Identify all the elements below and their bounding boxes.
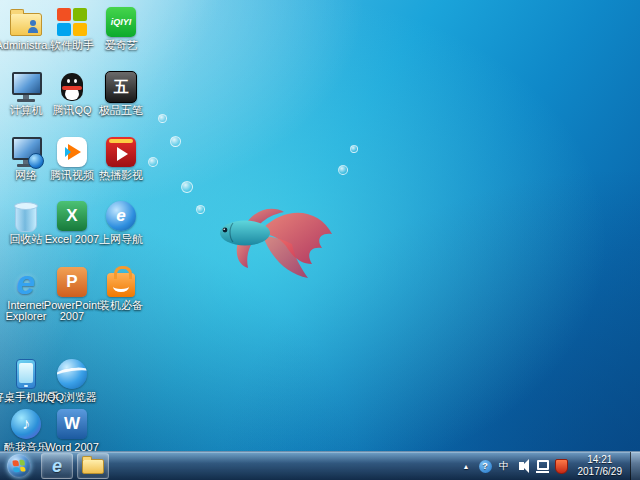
- music-note-glyph: ♪: [11, 409, 41, 439]
- icon-label: 爱奇艺: [88, 40, 154, 51]
- wubi-glyph: 五: [105, 71, 137, 103]
- excel-icon: X: [46, 200, 98, 232]
- icon-label: 上网导航: [88, 234, 154, 245]
- network-tray-icon[interactable]: [536, 458, 549, 474]
- taskbar-ie-button[interactable]: e: [41, 453, 73, 479]
- word-w-glyph: W: [57, 409, 87, 439]
- icon-label: 极品五笔: [88, 105, 154, 116]
- desktop-icon-hot-movies[interactable]: 热播影视: [95, 136, 147, 181]
- tile-red: [57, 8, 71, 21]
- shopping-bag-icon: [95, 266, 147, 298]
- desktop-icon-qq-browser[interactable]: QQ浏览器: [46, 358, 98, 403]
- desktop-icon-iqiyi[interactable]: iQIYI 爱奇艺: [95, 6, 147, 51]
- wubi-icon: 五: [95, 71, 147, 103]
- powerpoint-icon: P: [46, 266, 98, 298]
- monitor-shape: [10, 136, 42, 168]
- bubble: [170, 136, 181, 147]
- nav-e-glyph: e: [106, 201, 136, 231]
- folder-icon: [82, 459, 104, 474]
- desktop-icon-wubi-input[interactable]: 五 极品五笔: [95, 71, 147, 116]
- desktop-icon-powerpoint-2007[interactable]: P PowerPoint 2007: [46, 266, 98, 322]
- globe-shape: [57, 359, 87, 389]
- shield-icon: [555, 459, 568, 474]
- ppt-p-glyph: P: [57, 267, 87, 297]
- bubble: [338, 165, 348, 175]
- desktop-icon-web-navigation[interactable]: e 上网导航: [95, 200, 147, 245]
- stand: [17, 99, 35, 102]
- folder-shape: [10, 13, 42, 36]
- hidden-icons-button[interactable]: ▲: [460, 458, 473, 474]
- person-glyph: [28, 20, 38, 33]
- play-accent: [65, 147, 71, 157]
- iqiyi-icon: iQIYI: [95, 6, 147, 38]
- flag-green: [19, 459, 25, 465]
- start-button[interactable]: [7, 454, 31, 478]
- penguin-eyes: [67, 79, 70, 83]
- tile-green: [73, 8, 87, 21]
- user-folder-icon: [0, 6, 52, 38]
- betta-fish-image: [208, 190, 338, 290]
- bubble: [350, 145, 358, 153]
- desktop-wallpaper: Administra... 计算机 网络 回收站 e Internet Expl…: [0, 0, 640, 480]
- excel-x-glyph: X: [57, 201, 87, 231]
- computer-icon: [0, 71, 52, 103]
- clock-date: 2017/6/29: [578, 466, 623, 478]
- tile-yellow: [73, 23, 87, 36]
- hot-movies-icon: [95, 136, 147, 168]
- ie-icon: e: [52, 456, 62, 477]
- bubble: [158, 114, 167, 123]
- system-tray: ▲ ? 中: [460, 458, 573, 474]
- music-icon: ♪: [0, 408, 52, 440]
- ie-icon: e: [0, 266, 52, 298]
- taskbar: e ▲ ? 中 14:21 2017/6/29: [0, 451, 640, 480]
- flag-yellow: [20, 466, 26, 472]
- show-desktop-button[interactable]: [630, 452, 640, 480]
- play-triangle: [117, 147, 128, 161]
- speaker-icon: [519, 462, 524, 470]
- desktop-icon-essential-software[interactable]: 装机必备: [95, 266, 147, 311]
- input-method-tray-icon[interactable]: 中: [498, 458, 511, 474]
- clock-time: 14:21: [578, 454, 623, 466]
- tile-blue: [57, 23, 71, 36]
- bag-shape: [107, 273, 135, 297]
- monitor-shape: [10, 71, 42, 103]
- taskbar-explorer-button[interactable]: [77, 453, 109, 479]
- desktop-icon-word-2007[interactable]: W Word 2007: [46, 408, 98, 453]
- browser-globe-icon: [46, 358, 98, 390]
- globe-badge: [28, 153, 44, 169]
- security-tray-icon[interactable]: [555, 458, 568, 474]
- bubble: [181, 181, 193, 193]
- taskbar-clock[interactable]: 14:21 2017/6/29: [573, 454, 631, 478]
- question-icon: ?: [479, 460, 492, 473]
- icon-label: 装机必备: [88, 300, 154, 311]
- recycle-bin-icon: [0, 200, 52, 232]
- penguin-shape: [61, 73, 83, 101]
- bubble: [196, 205, 205, 214]
- qq-penguin-icon: [46, 71, 98, 103]
- help-tray-icon[interactable]: ?: [479, 458, 492, 474]
- bubble: [148, 157, 158, 167]
- play-box: [57, 137, 87, 167]
- phone-icon: [0, 358, 52, 390]
- flag-red: [12, 460, 18, 466]
- tiles-icon: [46, 6, 98, 38]
- color-tiles: [57, 8, 87, 36]
- word-icon: W: [46, 408, 98, 440]
- red-play-box: [106, 137, 136, 167]
- icon-label: QQ浏览器: [39, 392, 105, 403]
- windows-flag-icon: [12, 459, 25, 472]
- bin-shape: [15, 205, 37, 232]
- icon-label: 热播影视: [88, 170, 154, 181]
- volume-tray-icon[interactable]: [517, 458, 530, 474]
- ie-e-glyph: e: [11, 267, 41, 297]
- phone-shape: [16, 359, 36, 389]
- network-icon: [0, 136, 52, 168]
- network-icon: [536, 460, 549, 473]
- web-nav-icon: e: [95, 200, 147, 232]
- iqiyi-logo-glyph: iQIYI: [106, 7, 136, 37]
- screen: [12, 72, 42, 95]
- flag-blue: [13, 467, 19, 473]
- tencent-video-icon: [46, 136, 98, 168]
